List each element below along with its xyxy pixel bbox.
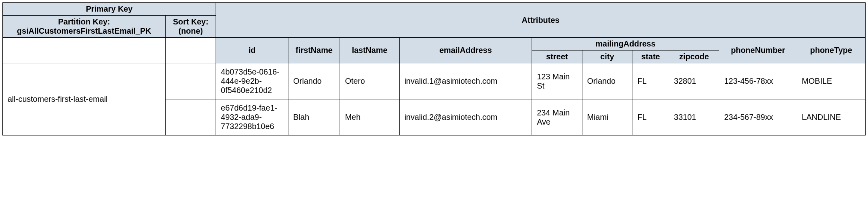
sort-value bbox=[166, 63, 216, 99]
cell-lastname: Meh bbox=[340, 99, 399, 135]
cell-phonetype: MOBILE bbox=[797, 63, 865, 99]
cell-emailaddress: invalid.1@asimiotech.com bbox=[399, 63, 532, 99]
cell-phonenumber: 123-456-78xx bbox=[719, 63, 797, 99]
col-zipcode: zipcode bbox=[669, 50, 719, 63]
col-phonetype: phoneType bbox=[797, 38, 865, 63]
cell-city: Miami bbox=[582, 99, 632, 135]
cell-street: 123 Main St bbox=[532, 63, 582, 99]
col-id: id bbox=[216, 38, 288, 63]
primary-key-header: Primary Key bbox=[3, 3, 216, 16]
table-row: all-customers-first-last-email 4b073d5e-… bbox=[3, 63, 866, 99]
cell-street: 234 Main Ave bbox=[532, 99, 582, 135]
cell-lastname: Otero bbox=[340, 63, 399, 99]
pk-spacer bbox=[3, 38, 166, 63]
col-emailaddress: emailAddress bbox=[399, 38, 532, 63]
col-state: state bbox=[632, 50, 669, 63]
sort-value bbox=[166, 99, 216, 135]
cell-id: e67d6d19-fae1-4932-ada9-7732298b10e6 bbox=[216, 99, 288, 135]
cell-id: 4b073d5e-0616-444e-9e2b-0f5460e210d2 bbox=[216, 63, 288, 99]
partition-value: all-customers-first-last-email bbox=[3, 63, 166, 135]
dynamodb-gsi-table: Primary Key Attributes Partition Key: gs… bbox=[2, 2, 866, 135]
cell-firstname: Blah bbox=[288, 99, 340, 135]
cell-state: FL bbox=[632, 63, 669, 99]
col-street: street bbox=[532, 50, 582, 63]
cell-firstname: Orlando bbox=[288, 63, 340, 99]
cell-phonenumber: 234-567-89xx bbox=[719, 99, 797, 135]
cell-zipcode: 32801 bbox=[669, 63, 719, 99]
col-mailingaddress: mailingAddress bbox=[532, 38, 719, 50]
sk-spacer bbox=[166, 38, 216, 63]
cell-state: FL bbox=[632, 99, 669, 135]
col-phonenumber: phoneNumber bbox=[719, 38, 797, 63]
cell-phonetype: LANDLINE bbox=[797, 99, 865, 135]
col-firstname: firstName bbox=[288, 38, 340, 63]
sort-key-header: Sort Key: (none) bbox=[166, 16, 216, 38]
cell-zipcode: 33101 bbox=[669, 99, 719, 135]
attributes-header: Attributes bbox=[216, 3, 866, 38]
col-city: city bbox=[582, 50, 632, 63]
cell-emailaddress: invalid.2@asimiotech.com bbox=[399, 99, 532, 135]
partition-key-header: Partition Key: gsiAllCustomersFirstLastE… bbox=[3, 16, 166, 38]
col-lastname: lastName bbox=[340, 38, 399, 63]
cell-city: Orlando bbox=[582, 63, 632, 99]
